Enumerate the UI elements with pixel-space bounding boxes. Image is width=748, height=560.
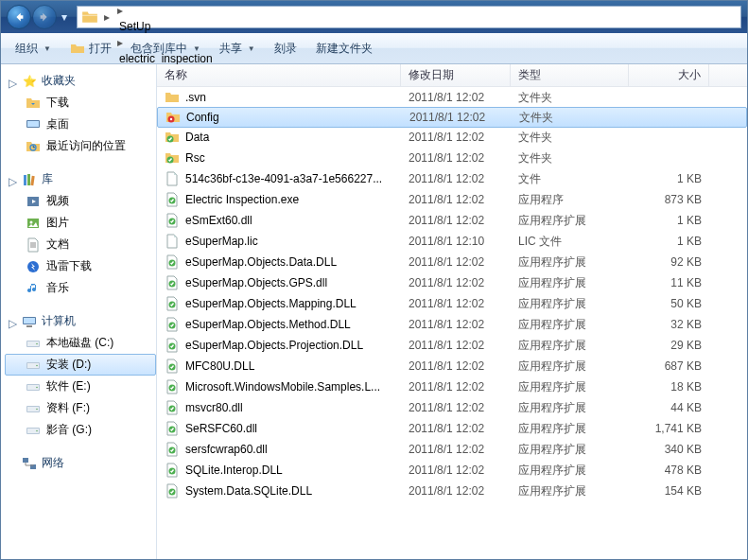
drive-icon bbox=[26, 358, 41, 373]
network-header[interactable]: ▷网络 bbox=[5, 452, 156, 474]
file-size: 687 KB bbox=[629, 359, 709, 373]
file-date: 2011/8/1 12:02 bbox=[401, 214, 511, 227]
file-name: eSuperMap.Objects.GPS.dll bbox=[185, 276, 327, 289]
breadcrumb-sep[interactable]: ▸ bbox=[100, 8, 113, 26]
file-name: eSuperMap.Objects.Mapping.DLL bbox=[185, 297, 357, 310]
network-icon bbox=[22, 456, 37, 471]
file-type: 应用程序扩展 bbox=[511, 275, 629, 291]
dll-icon bbox=[165, 421, 180, 436]
file-row[interactable]: Config2011/8/1 12:02文件夹 bbox=[157, 107, 747, 128]
file-name: System.Data.SQLite.DLL bbox=[185, 484, 312, 498]
file-name: eSuperMap.lic bbox=[185, 235, 258, 248]
file-row[interactable]: SeRSFC60.dll2011/8/1 12:02应用程序扩展1,741 KB bbox=[157, 418, 747, 439]
tree-item-label: 本地磁盘 (C:) bbox=[46, 335, 113, 351]
file-date: 2011/8/1 12:02 bbox=[401, 443, 511, 456]
svg-rect-4 bbox=[27, 174, 30, 185]
column-type[interactable]: 类型 bbox=[511, 64, 629, 86]
file-row[interactable]: msvcr80.dll2011/8/1 12:02应用程序扩展44 KB bbox=[157, 397, 747, 418]
file-date: 2011/8/1 12:02 bbox=[401, 151, 511, 165]
file-row[interactable]: Microsoft.WindowsMobile.Samples.L...2011… bbox=[157, 376, 747, 397]
tree-item[interactable]: 文档 bbox=[5, 234, 156, 255]
file-row[interactable]: MFC80U.DLL2011/8/1 12:02应用程序扩展687 KB bbox=[157, 356, 747, 376]
file-name: SeRSFC60.dll bbox=[185, 422, 257, 435]
file-date: 2011/8/1 12:02 bbox=[401, 339, 511, 352]
dll-icon bbox=[165, 213, 180, 228]
file-list[interactable]: 名称 修改日期 类型 大小 .svn2011/8/1 12:02文件夹Confi… bbox=[157, 64, 747, 559]
file-type: 应用程序扩展 bbox=[511, 338, 629, 354]
greenfolder-icon bbox=[165, 130, 180, 145]
file-row[interactable]: .svn2011/8/1 12:02文件夹 bbox=[157, 87, 747, 108]
address-bar[interactable]: ▸ 计算机▸安装 (D:)▸SetUp▸electric_inspection▸ bbox=[77, 6, 741, 28]
tree-item[interactable]: 桌面 bbox=[5, 114, 156, 135]
new-folder-button[interactable]: 新建文件夹 bbox=[307, 36, 381, 61]
file-row[interactable]: eSuperMap.Objects.Method.DLL2011/8/1 12:… bbox=[157, 314, 747, 335]
libraries-header[interactable]: ▷库 bbox=[5, 168, 156, 190]
file-type: 应用程序扩展 bbox=[511, 317, 629, 333]
column-headers: 名称 修改日期 类型 大小 bbox=[157, 64, 747, 87]
file-row[interactable]: eSuperMap.Objects.Mapping.DLL2011/8/1 12… bbox=[157, 293, 747, 314]
dll-icon bbox=[165, 254, 180, 270]
file-type: 文件夹 bbox=[511, 130, 629, 146]
tree-item[interactable]: 下载 bbox=[5, 92, 156, 114]
burn-button[interactable]: 刻录 bbox=[266, 36, 305, 61]
tree-item[interactable]: 软件 (E:) bbox=[5, 376, 156, 397]
back-button[interactable] bbox=[7, 5, 31, 29]
file-row[interactable]: eSuperMap.Objects.GPS.dll2011/8/1 12:02应… bbox=[157, 272, 747, 293]
file-type: 文件夹 bbox=[512, 110, 630, 126]
tree-item[interactable]: 图片 bbox=[5, 212, 156, 234]
organize-button[interactable]: 组织▼ bbox=[7, 36, 60, 61]
tree-item[interactable]: 资料 (F:) bbox=[5, 397, 156, 419]
file-row[interactable]: Electric Inspection.exe2011/8/1 12:02应用程… bbox=[157, 189, 747, 210]
column-date[interactable]: 修改日期 bbox=[401, 64, 511, 86]
breadcrumb-segment[interactable]: SetUp bbox=[113, 17, 156, 36]
include-library-button[interactable]: 包含到库中▼ bbox=[122, 36, 209, 61]
file-row[interactable]: Rsc2011/8/1 12:02文件夹 bbox=[157, 148, 747, 168]
file-size: 11 KB bbox=[629, 276, 709, 289]
navigation-pane[interactable]: ▷⭐收藏夹 下载桌面最近访问的位置 ▷库 视频图片文档迅雷下载音乐 ▷计算机 本… bbox=[1, 64, 157, 559]
favorites-header[interactable]: ▷⭐收藏夹 bbox=[5, 70, 156, 92]
pictures-icon bbox=[26, 216, 41, 231]
content-area: ▷⭐收藏夹 下载桌面最近访问的位置 ▷库 视频图片文档迅雷下载音乐 ▷计算机 本… bbox=[1, 64, 747, 559]
tree-item[interactable]: 音乐 bbox=[5, 277, 156, 299]
dll-icon bbox=[165, 317, 180, 332]
file-name: msvcr80.dll bbox=[185, 401, 243, 414]
file-date: 2011/8/1 12:02 bbox=[401, 401, 511, 414]
file-name: .svn bbox=[185, 91, 206, 104]
file-name: sersfcwrap60.dll bbox=[185, 443, 268, 456]
history-dropdown[interactable]: ▾ bbox=[58, 7, 71, 27]
tree-item-label: 安装 (D:) bbox=[46, 357, 91, 373]
file-row[interactable]: sersfcwrap60.dll2011/8/1 12:02应用程序扩展340 … bbox=[157, 439, 747, 460]
tree-item[interactable]: 视频 bbox=[5, 190, 156, 212]
column-name[interactable]: 名称 bbox=[157, 64, 401, 86]
tree-item[interactable]: 本地磁盘 (C:) bbox=[5, 332, 156, 354]
file-date: 2011/8/1 12:10 bbox=[401, 235, 511, 248]
file-row[interactable]: eSuperMap.Objects.Projection.DLL2011/8/1… bbox=[157, 335, 747, 356]
file-row[interactable]: SQLite.Interop.DLL2011/8/1 12:02应用程序扩展47… bbox=[157, 460, 747, 481]
recent-icon bbox=[26, 139, 41, 154]
file-row[interactable]: 514c36bf-c13e-4091-a3a7-1e566227...2011/… bbox=[157, 168, 747, 189]
file-row[interactable]: eSmExt60.dll2011/8/1 12:02应用程序扩展1 KB bbox=[157, 210, 747, 231]
file-date: 2011/8/1 12:02 bbox=[401, 380, 511, 394]
file-row[interactable]: System.Data.SQLite.DLL2011/8/1 12:02应用程序… bbox=[157, 481, 747, 501]
file-row[interactable]: Data2011/8/1 12:02文件夹 bbox=[157, 127, 747, 148]
forward-button[interactable] bbox=[32, 5, 57, 29]
file-name: eSuperMap.Objects.Projection.DLL bbox=[185, 339, 363, 352]
tree-item[interactable]: 影音 (G:) bbox=[5, 419, 156, 441]
file-date: 2011/8/1 12:02 bbox=[401, 172, 511, 185]
tree-item[interactable]: 安装 (D:) bbox=[5, 354, 156, 376]
svg-point-21 bbox=[36, 386, 38, 388]
file-row[interactable]: eSuperMap.lic2011/8/1 12:10LIC 文件1 KB bbox=[157, 231, 747, 252]
open-button[interactable]: 打开 bbox=[61, 36, 120, 61]
drive-icon bbox=[26, 336, 41, 351]
cfgfolder-icon bbox=[165, 110, 181, 125]
column-size[interactable]: 大小 bbox=[629, 64, 709, 86]
computer-header[interactable]: ▷计算机 bbox=[5, 310, 156, 332]
tree-item[interactable]: 最近访问的位置 bbox=[5, 135, 156, 157]
tree-item[interactable]: 迅雷下载 bbox=[5, 255, 156, 277]
share-button[interactable]: 共享▼ bbox=[211, 36, 264, 61]
file-size: 154 KB bbox=[629, 484, 709, 498]
file-row[interactable]: eSuperMap.Objects.Data.DLL2011/8/1 12:02… bbox=[157, 252, 747, 272]
file-icon bbox=[165, 171, 180, 186]
breadcrumb-segment[interactable]: 安装 (D:) bbox=[113, 0, 169, 2]
dll-icon bbox=[165, 442, 180, 457]
